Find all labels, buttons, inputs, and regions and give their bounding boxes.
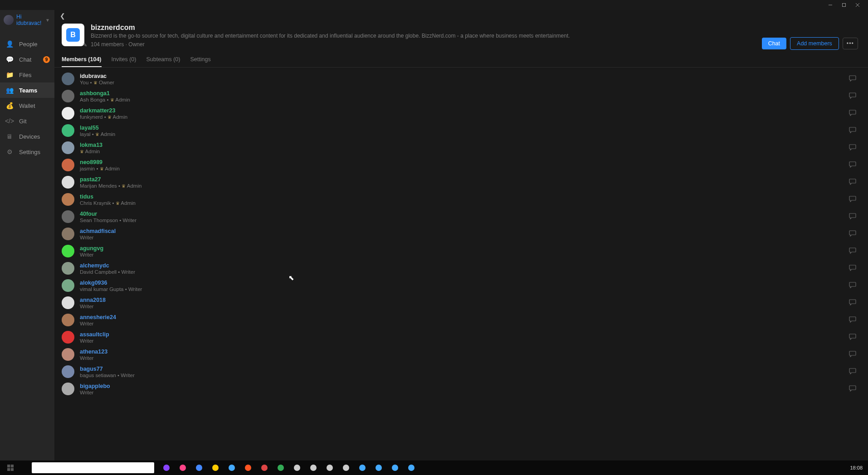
tab-members[interactable]: Members (104) [62, 56, 102, 67]
member-row[interactable]: athena123Writer [60, 346, 861, 363]
sidebar-item-label: Chat [19, 56, 31, 63]
start-button[interactable] [4, 462, 17, 473]
member-avatar [62, 73, 74, 85]
taskbar-search[interactable] [32, 462, 154, 473]
member-username: neo8989 [80, 159, 841, 165]
member-username: lokma13 [80, 142, 841, 148]
member-chat-icon[interactable] [846, 213, 859, 221]
taskbar-app-icon[interactable] [356, 462, 369, 473]
member-row[interactable]: achmadfiscalWriter [60, 225, 861, 242]
taskbar-app-icon[interactable] [339, 462, 353, 473]
member-subtitle: Writer [80, 304, 841, 309]
member-avatar [62, 279, 74, 292]
members-list[interactable]: idubravacYou • ♛ Ownerashbonga1Ash Bonga… [54, 68, 868, 460]
member-chat-icon[interactable] [846, 368, 859, 376]
crown-icon: ♛ [80, 149, 84, 154]
window-minimize-button[interactable] [824, 1, 837, 9]
member-row[interactable]: agungvgWriter [60, 242, 861, 260]
unread-badge: 9 [43, 56, 50, 63]
member-avatar [62, 296, 74, 309]
member-chat-icon[interactable] [846, 299, 859, 307]
member-row[interactable]: alokg0936vimal kumar Gupta • Writer [60, 277, 861, 294]
member-row[interactable]: tidusChris Kraynik • ♛ Admin [60, 191, 861, 208]
member-chat-icon[interactable] [846, 351, 859, 359]
add-members-button[interactable]: Add members [790, 37, 839, 50]
member-chat-icon[interactable] [846, 161, 859, 169]
window-close-button[interactable] [851, 1, 864, 9]
devices-icon: 🖥 [5, 133, 14, 140]
back-button[interactable]: ❮ [60, 12, 65, 19]
member-chat-icon[interactable] [846, 385, 859, 393]
member-chat-icon[interactable] [846, 144, 859, 152]
member-row[interactable]: assaultclipWriter [60, 329, 861, 346]
team-logo[interactable]: B ✎ [62, 24, 84, 46]
member-row[interactable]: bigappleboWriter [60, 380, 861, 397]
member-chat-icon[interactable] [846, 127, 859, 135]
sidebar-item-devices[interactable]: 🖥Devices [0, 129, 54, 144]
sidebar-item-wallet[interactable]: 💰Wallet [0, 98, 54, 113]
sidebar-user-menu[interactable]: Hi idubravac! ▼ [0, 10, 54, 31]
pencil-icon[interactable]: ✎ [83, 42, 87, 48]
taskbar-app-icon[interactable] [372, 462, 385, 473]
member-row[interactable]: idubravacYou • ♛ Owner [60, 70, 861, 87]
member-chat-icon[interactable] [846, 92, 859, 100]
member-chat-icon[interactable] [846, 282, 859, 290]
tab-subteams[interactable]: Subteams (0) [146, 56, 180, 67]
member-row[interactable]: annesherie24Writer [60, 311, 861, 329]
taskbar-app-icon[interactable] [209, 462, 222, 473]
chat-button[interactable]: Chat [762, 38, 786, 49]
taskbar-app-icon[interactable] [307, 462, 320, 473]
taskbar-app-icon[interactable] [388, 462, 402, 473]
taskbar-clock[interactable]: 18:08 [850, 465, 863, 470]
member-chat-icon[interactable] [846, 334, 859, 341]
member-chat-icon[interactable] [846, 247, 859, 255]
taskbar-app-icon[interactable] [323, 462, 336, 473]
member-avatar [62, 245, 74, 257]
tab-settings[interactable]: Settings [190, 56, 210, 67]
member-chat-icon[interactable] [846, 230, 859, 238]
member-chat-icon[interactable] [846, 265, 859, 272]
member-username: tidus [80, 194, 841, 200]
member-row[interactable]: ashbonga1Ash Bonga • ♛ Admin [60, 87, 861, 105]
sidebar-item-teams[interactable]: 👥Teams [0, 82, 54, 98]
member-row[interactable]: neo8989jasmin • ♛ Admin [60, 156, 861, 174]
window-maximize-button[interactable] [837, 1, 851, 9]
member-chat-icon[interactable] [846, 75, 859, 83]
member-row[interactable]: layal55layal • ♛ Admin [60, 122, 861, 139]
sidebar-item-git[interactable]: </>Git [0, 113, 54, 129]
crown-icon: ♛ [110, 97, 114, 102]
member-chat-icon[interactable] [846, 316, 859, 324]
taskbar-app-icon[interactable] [241, 462, 255, 473]
member-subtitle: Writer [80, 321, 841, 326]
member-row[interactable]: lokma13♛ Admin [60, 139, 861, 156]
member-username: layal55 [80, 125, 841, 131]
member-chat-icon[interactable] [846, 110, 859, 117]
taskbar-app-icon[interactable] [225, 462, 239, 473]
member-row[interactable]: anna2018Writer [60, 294, 861, 311]
member-chat-icon[interactable] [846, 179, 859, 186]
taskbar-app-icon[interactable] [258, 462, 271, 473]
more-button[interactable]: ••• [843, 38, 858, 49]
member-subtitle: Writer [80, 235, 841, 240]
taskbar-app-icon[interactable] [290, 462, 304, 473]
member-row[interactable]: 40fourSean Thompson • Writer [60, 208, 861, 225]
sidebar-item-label: Wallet [19, 102, 35, 109]
sidebar-item-chat[interactable]: 💬Chat9 [0, 52, 54, 67]
sidebar-item-settings[interactable]: ⚙Settings [0, 144, 54, 160]
member-row[interactable]: bagus77bagus setiawan • Writer [60, 363, 861, 380]
os-taskbar[interactable]: 18:08 [0, 460, 868, 475]
sidebar-item-files[interactable]: 📁Files [0, 67, 54, 82]
sidebar-item-label: Settings [19, 149, 40, 155]
sidebar-item-people[interactable]: 👤People [0, 36, 54, 52]
taskbar-app-icon[interactable] [192, 462, 206, 473]
member-chat-icon[interactable] [846, 196, 859, 204]
taskbar-app-icon[interactable] [405, 462, 418, 473]
member-row[interactable]: darkmatter23funkynerd • ♛ Admin [60, 105, 861, 122]
taskbar-app-icon[interactable] [160, 462, 173, 473]
taskbar-app-icon[interactable] [274, 462, 288, 473]
tab-invites[interactable]: Invites (0) [112, 56, 137, 67]
member-row[interactable]: pasta27Marijan Mendes • ♛ Admin [60, 174, 861, 191]
taskbar-app-icon[interactable] [176, 462, 190, 473]
member-row[interactable]: alchemydcDavid Campbell • Writer [60, 260, 861, 277]
member-subtitle: funkynerd • ♛ Admin [80, 114, 841, 120]
